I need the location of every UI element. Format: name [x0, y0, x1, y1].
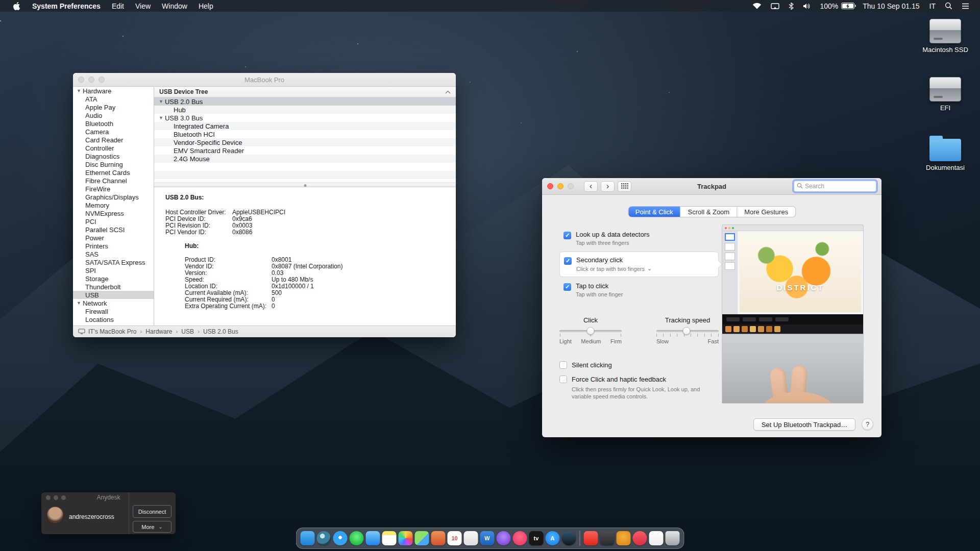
sidebar-item[interactable]: NVMExpress — [73, 209, 154, 217]
more-button[interactable]: More ⌄ — [133, 521, 172, 533]
breadcrumb-item[interactable]: Hardware — [145, 328, 172, 335]
notification-center-icon[interactable] — [957, 0, 974, 12]
bluetooth-icon[interactable] — [784, 0, 798, 12]
sidebar-item[interactable]: Storage — [73, 274, 154, 283]
menu-item[interactable]: System Preferences — [27, 0, 106, 12]
sidebar-item[interactable]: Audio — [73, 111, 154, 119]
show-all-preferences-button[interactable] — [618, 181, 631, 192]
dock-icon[interactable] — [584, 531, 598, 545]
click-slider-track[interactable] — [559, 330, 622, 332]
dock-icon[interactable] — [562, 531, 576, 545]
dock-icon[interactable] — [666, 531, 680, 545]
tab[interactable]: Scroll & Zoom — [680, 207, 737, 217]
pane-splitter[interactable] — [154, 183, 456, 187]
tracking-slider-track[interactable] — [656, 330, 719, 332]
device-tree-row[interactable]: Bluetooth HCI — [154, 130, 456, 138]
breadcrumb-item[interactable]: USB 2.0 Bus — [203, 328, 238, 335]
minimize-button[interactable] — [557, 183, 564, 189]
sidebar-item[interactable]: SPI — [73, 266, 154, 274]
sidebar-item[interactable]: Camera — [73, 128, 154, 136]
sidebar-item[interactable]: Firewall — [73, 307, 154, 315]
dock-icon[interactable] — [333, 531, 348, 545]
dock-icon[interactable] — [497, 531, 511, 545]
sidebar-item[interactable]: ATA — [73, 95, 154, 103]
menu-item[interactable]: Window — [156, 0, 193, 12]
sidebar-item[interactable]: Power — [73, 234, 154, 242]
sidebar-item[interactable]: Memory — [73, 201, 154, 209]
dock-icon[interactable] — [464, 531, 478, 545]
sidebar-item[interactable]: ▼ Network — [73, 299, 154, 307]
sidebar-item[interactable]: PCI — [73, 217, 154, 226]
disclosure-triangle-icon[interactable]: ▼ — [159, 115, 163, 120]
apple-menu-icon[interactable] — [7, 0, 27, 12]
tracking-slider-thumb[interactable] — [682, 327, 690, 335]
dock-icon[interactable] — [399, 531, 413, 545]
dock-icon[interactable] — [415, 531, 429, 545]
dock-icon[interactable]: W — [480, 531, 495, 545]
device-tree-row[interactable]: ▼ USB 2.0 Bus — [154, 97, 456, 106]
zoom-button[interactable] — [568, 183, 574, 189]
dock-icon[interactable] — [617, 531, 631, 545]
desktop-icon[interactable]: Dokumentasi — [919, 135, 972, 171]
sidebar-item[interactable]: Bluetooth — [73, 119, 154, 128]
desktop-icon-image[interactable] — [929, 77, 961, 102]
window-titlebar[interactable]: ‹ › Trackpad — [542, 178, 881, 195]
disclosure-triangle-icon[interactable]: ▼ — [77, 88, 81, 93]
device-tree-row[interactable]: 2.4G Mouse — [154, 155, 456, 163]
dock-icon[interactable] — [382, 531, 397, 545]
dock-icon[interactable]: 10 — [448, 531, 462, 545]
desktop-icon[interactable]: EFI — [919, 77, 972, 112]
disclosure-triangle-icon[interactable]: ▼ — [159, 99, 163, 104]
menu-item[interactable]: Help — [193, 0, 219, 12]
desktop-icon[interactable]: Macintosh SSD — [919, 19, 972, 54]
dock-icon[interactable] — [317, 531, 331, 545]
dock-icon[interactable] — [431, 531, 446, 545]
sidebar-item[interactable]: Volumes — [73, 323, 154, 325]
sidebar-item[interactable]: FireWire — [73, 185, 154, 193]
tab[interactable]: Point & Click — [628, 207, 680, 217]
dock-icon[interactable]: tv — [529, 531, 544, 545]
sidebar-item[interactable]: Locations — [73, 315, 154, 323]
device-tree-row[interactable]: Integrated Camera — [154, 122, 456, 130]
gesture-subtitle[interactable]: Tap with one finger — [576, 291, 714, 297]
sidebar-item[interactable]: Thunderbolt — [73, 283, 154, 291]
dock-icon[interactable] — [600, 531, 615, 545]
sidebar-item[interactable]: Diagnostics — [73, 152, 154, 160]
device-tree-row[interactable]: Hub — [154, 106, 456, 114]
input-source-menu[interactable]: IT — [925, 2, 940, 10]
silent-clicking-checkbox[interactable] — [559, 361, 567, 369]
dock-icon[interactable] — [366, 531, 380, 545]
dock-icon[interactable] — [633, 531, 647, 545]
desktop-icon-image[interactable] — [929, 19, 961, 43]
gesture-checkbox[interactable]: ✓ — [564, 232, 571, 239]
battery-icon[interactable] — [841, 3, 854, 9]
gesture-checkbox[interactable]: ✓ — [564, 283, 571, 291]
sidebar-item[interactable]: Controller — [73, 144, 154, 152]
window-titlebar[interactable]: MacBook Pro — [73, 73, 456, 87]
menu-item[interactable]: View — [130, 0, 156, 12]
dock-icon[interactable] — [649, 531, 664, 545]
forward-button[interactable]: › — [601, 181, 615, 192]
search-field[interactable] — [794, 181, 876, 192]
setup-bluetooth-trackpad-button[interactable]: Set Up Bluetooth Trackpad… — [753, 418, 855, 431]
search-input[interactable] — [805, 183, 873, 190]
dock-icon[interactable] — [301, 531, 315, 545]
tab[interactable]: More Gestures — [737, 207, 795, 217]
disclosure-triangle-icon[interactable]: ▼ — [77, 300, 81, 306]
screen-mirroring-icon[interactable] — [766, 0, 784, 12]
breadcrumb-item[interactable]: USB — [181, 328, 194, 335]
click-slider-thumb[interactable] — [587, 327, 595, 335]
gesture-subtitle[interactable]: Click or tap with two fingers ⌄ — [576, 265, 713, 272]
sidebar-item[interactable]: Ethernet Cards — [73, 168, 154, 177]
chevron-down-icon[interactable]: ⌄ — [647, 265, 652, 272]
sidebar-item[interactable]: Printers — [73, 242, 154, 250]
device-tree-row[interactable]: ▼ USB 3.0 Bus — [154, 114, 456, 122]
sidebar-item[interactable]: Graphics/Displays — [73, 193, 154, 201]
back-button[interactable]: ‹ — [584, 181, 598, 192]
wifi-icon[interactable] — [748, 0, 766, 12]
gesture-checkbox[interactable]: ✓ — [564, 257, 572, 265]
dock-icon[interactable]: A — [546, 531, 560, 545]
force-click-checkbox[interactable] — [559, 375, 567, 383]
device-tree-row[interactable]: EMV Smartcard Reader — [154, 146, 456, 155]
sidebar-item[interactable]: USB — [73, 291, 154, 299]
